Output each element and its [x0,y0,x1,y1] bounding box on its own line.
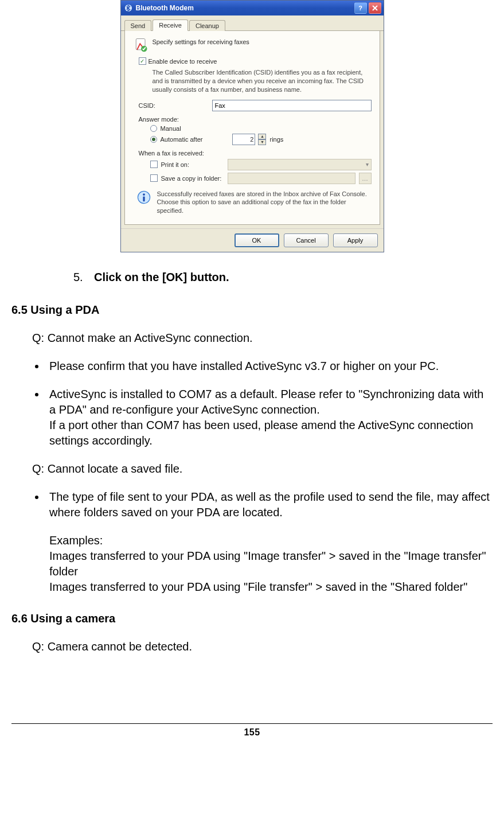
examples-label: Examples: [49,534,103,547]
example-1: Images transferred to your PDA using "Im… [49,550,486,578]
bullet-3a-text: The type of file sent to your PDA, as we… [49,490,490,519]
bullet-1-text: Please confirm that you have installed A… [49,360,439,372]
answer-manual-label: Manual [161,125,181,132]
ok-button[interactable]: OK [235,233,279,247]
browse-folder-button: … [359,173,372,184]
fax-settings-icon [133,37,153,53]
info-text: Successfully received faxes are stored i… [157,190,372,216]
bullet-2b-text: If a port other than COM7 has been used,… [49,419,473,447]
close-button[interactable] [369,2,381,14]
bluetooth-icon [123,3,134,13]
when-received-label: When a fax is received: [139,150,372,157]
question-3: Q: Camera cannot be detected. [32,639,493,654]
svg-point-4 [143,193,145,196]
tab-cleanup[interactable]: Cleanup [189,20,225,31]
answer-auto-radio[interactable] [150,136,157,143]
bullet-2a-text: ActiveSync is installed to COM7 as a def… [49,388,483,416]
save-copy-label: Save a copy in folder: [161,175,224,182]
chevron-down-icon: ▾ [366,161,369,167]
question-1: Q: Cannot make an ActiveSync connection. [32,330,493,346]
svg-rect-5 [143,196,144,201]
csid-description: The Called Subscriber Identification (CS… [153,68,372,94]
example-2: Images transferred to your PDA using "Fi… [49,580,467,593]
enable-receive-checkbox-row: Enable device to receive [139,57,372,65]
info-icon [136,190,151,205]
bluetooth-modem-dialog: Bluetooth Modem ? Send Receive Cleanup [120,0,384,252]
enable-receive-checkbox[interactable] [139,57,146,65]
titlebar: Bluetooth Modem ? [121,1,384,15]
tab-row: Send Receive Cleanup [121,15,384,31]
answer-auto-label: Automatic after [161,136,203,143]
enable-receive-label: Enable device to receive [149,58,217,65]
rings-spinner-buttons[interactable]: ▲▼ [258,134,266,145]
section-heading: Specify settings for receiving faxes [153,37,249,45]
rings-spinner[interactable]: 2 [232,134,255,145]
print-it-checkbox[interactable] [150,161,158,168]
section-6-5-heading: 6.5 Using a PDA [11,302,493,318]
button-bar: OK Cancel Apply [121,228,384,252]
step-number: 5. [73,270,88,285]
tab-body: Specify settings for receiving faxes Ena… [124,31,380,225]
help-button[interactable]: ? [354,2,367,14]
answer-mode-label: Answer mode: [139,116,372,123]
apply-button[interactable]: Apply [333,233,378,247]
cancel-button[interactable]: Cancel [284,233,329,247]
answer-manual-radio[interactable] [150,125,157,132]
save-copy-checkbox[interactable] [150,174,158,182]
print-it-label: Print it on: [161,161,224,168]
step-text: Click on the [OK] button. [94,270,229,285]
bullet-3: The type of file sent to your PDA, as we… [46,489,493,595]
print-target-dropdown: ▾ [228,159,372,170]
window-title: Bluetooth Modem [136,4,353,12]
csid-input[interactable] [212,100,372,111]
save-folder-input [228,173,355,184]
page-number: 155 [11,723,493,738]
csid-label: CSID: [139,102,208,109]
tab-receive[interactable]: Receive [153,20,188,31]
question-2: Q: Cannot locate a saved file. [32,461,493,477]
bullet-2: ActiveSync is installed to COM7 as a def… [46,387,493,449]
section-6-6-heading: 6.6 Using a camera [11,611,493,626]
tab-send[interactable]: Send [124,20,152,31]
bullet-1: Please confirm that you have installed A… [46,359,493,374]
rings-suffix: rings [269,136,283,143]
